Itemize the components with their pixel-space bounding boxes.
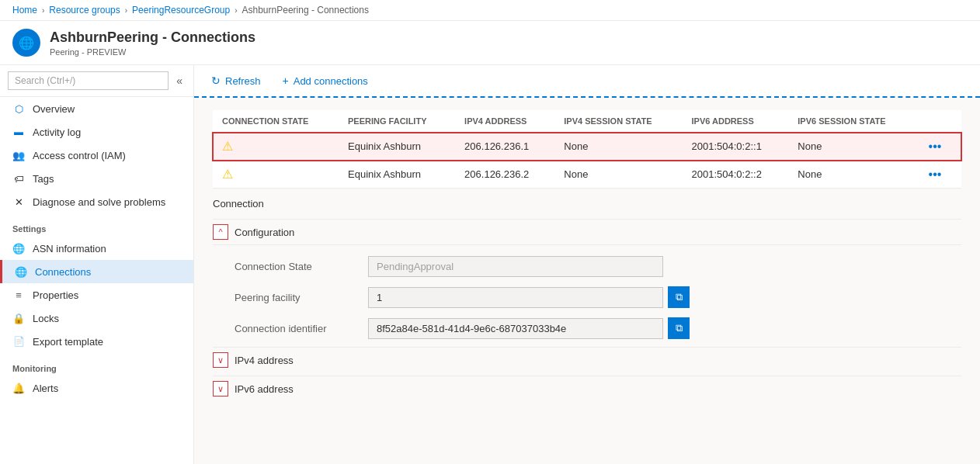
sidebar-item-alerts[interactable]: 🔔 Alerts — [0, 376, 193, 400]
copy-icon: ⧉ — [676, 291, 683, 303]
table-area: CONNECTION STATE PEERING FACILITY IPV4 A… — [194, 98, 980, 189]
refresh-button[interactable]: ↻ Refresh — [207, 71, 266, 90]
field-label-connection-identifier: Connection identifier — [235, 323, 359, 334]
ipv4-toggle-button[interactable]: ∨ — [213, 352, 228, 368]
form-row-peering-facility: Peering facility ⧉ — [213, 282, 961, 313]
field-value-peering-facility: ⧉ — [368, 286, 961, 308]
connection-identifier-input[interactable] — [368, 318, 663, 339]
page-subtitle: Peering - PREVIEW — [50, 47, 255, 57]
ipv6-section-title: IPv6 address — [235, 383, 294, 395]
connections-icon: 🌐 — [15, 265, 27, 278]
field-value-connection-state — [368, 256, 961, 277]
form-row-connection-state: Connection State — [213, 251, 961, 282]
search-input[interactable] — [8, 71, 169, 90]
sidebar-item-label: Access control (IAM) — [33, 150, 126, 161]
copy-icon: ⧉ — [676, 322, 683, 334]
cell-peering-facility: Equinix Ashburn — [339, 133, 455, 161]
sidebar-item-locks[interactable]: 🔒 Locks — [0, 306, 193, 330]
sidebar-search-container: « — [0, 65, 193, 97]
ipv4-subsection-header: ∨ IPv4 address — [213, 347, 961, 372]
main-content: ↻ Refresh + Add connections CONNECTION S… — [194, 65, 980, 464]
cell-row-actions: ••• — [916, 161, 961, 189]
ipv6-toggle-button[interactable]: ∨ — [213, 381, 228, 396]
tags-icon: 🏷 — [12, 172, 25, 185]
diagnose-icon: ✕ — [12, 196, 25, 208]
overview-icon: ⬡ — [12, 102, 25, 115]
sidebar-item-label: Export template — [33, 336, 103, 348]
sidebar-item-label: Alerts — [33, 383, 58, 394]
col-ipv4-address: IPV4 ADDRESS — [455, 110, 554, 133]
sidebar-item-label: Diagnose and solve problems — [33, 196, 165, 208]
sidebar-item-label: Properties — [33, 289, 78, 301]
config-section-title: Configuration — [235, 227, 294, 238]
ipv6-subsection-header: ∨ IPv6 address — [213, 376, 961, 401]
cell-ipv6-session-state: None — [788, 161, 916, 189]
col-peering-facility: PEERING FACILITY — [339, 110, 455, 133]
sidebar-item-label: Connections — [35, 266, 91, 278]
connection-detail-title: Connection — [213, 198, 961, 209]
globe-icon: 🌐 — [19, 36, 34, 50]
field-label-peering-facility: Peering facility — [235, 292, 359, 303]
connections-table: CONNECTION STATE PEERING FACILITY IPV4 A… — [213, 110, 961, 189]
sidebar-item-label: ASN information — [33, 243, 106, 255]
cell-peering-facility: Equinix Ashburn — [339, 161, 455, 189]
export-icon: 📄 — [12, 335, 25, 348]
refresh-label: Refresh — [225, 75, 261, 87]
sidebar-collapse-button[interactable]: « — [173, 73, 186, 88]
locks-icon: 🔒 — [12, 312, 25, 324]
row-action-button[interactable]: ••• — [926, 140, 945, 154]
alerts-icon: 🔔 — [12, 382, 25, 394]
sidebar-item-label: Overview — [33, 103, 75, 115]
sidebar-item-access-control[interactable]: 👥 Access control (IAM) — [0, 144, 193, 167]
page-title: AshburnPeering - Connections — [50, 29, 255, 46]
table-row[interactable]: ⚠ Equinix Ashburn 206.126.236.1 None 200… — [213, 133, 961, 161]
sidebar-item-connections[interactable]: 🌐 Connections — [0, 260, 193, 283]
cell-connection-state: ⚠ — [213, 133, 339, 161]
copy-peering-facility-button[interactable]: ⧉ — [668, 286, 690, 308]
sidebar-item-label: Tags — [33, 173, 54, 185]
breadcrumb-peering-resource-group[interactable]: PeeringResourceGroup — [132, 5, 230, 16]
config-toggle-button[interactable]: ^ — [213, 224, 228, 240]
detail-panel: Connection ^ Configuration Connection St… — [194, 189, 980, 414]
col-ipv6-session-state: IPV6 SESSION STATE — [788, 110, 916, 133]
field-label-connection-state: Connection State — [235, 261, 359, 272]
breadcrumb-sep-3: › — [235, 6, 237, 15]
sidebar-item-tags[interactable]: 🏷 Tags — [0, 167, 193, 190]
breadcrumb-resource-groups[interactable]: Resource groups — [49, 5, 120, 16]
table-row[interactable]: ⚠ Equinix Ashburn 206.126.236.2 None 200… — [213, 161, 961, 189]
cell-ipv6-address: 2001:504:0:2::1 — [683, 133, 789, 161]
page-header: 🌐 AshburnPeering - Connections Peering -… — [0, 21, 980, 65]
col-ipv4-session-state: IPV4 SESSION STATE — [554, 110, 682, 133]
access-control-icon: 👥 — [12, 149, 25, 161]
cell-row-actions: ••• — [916, 133, 961, 161]
row-action-button[interactable]: ••• — [926, 168, 945, 182]
sidebar-item-diagnose[interactable]: ✕ Diagnose and solve problems — [0, 190, 193, 213]
cell-connection-state: ⚠ — [213, 161, 339, 189]
ipv4-toggle-icon: ∨ — [217, 355, 224, 365]
asn-icon: 🌐 — [12, 242, 25, 255]
cell-ipv6-session-state: None — [788, 133, 916, 161]
properties-icon: ≡ — [12, 289, 25, 301]
config-section-header: ^ Configuration — [213, 219, 961, 245]
breadcrumb-home[interactable]: Home — [12, 5, 37, 16]
sidebar-item-properties[interactable]: ≡ Properties — [0, 283, 193, 306]
page-icon: 🌐 — [12, 29, 40, 57]
config-toggle-icon: ^ — [218, 227, 222, 237]
page-header-text: AshburnPeering - Connections Peering - P… — [50, 29, 255, 57]
sidebar-item-export-template[interactable]: 📄 Export template — [0, 330, 193, 353]
add-connections-button[interactable]: + Add connections — [278, 71, 373, 90]
form-row-connection-identifier: Connection identifier ⧉ — [213, 313, 961, 344]
sidebar-item-asn-information[interactable]: 🌐 ASN information — [0, 237, 193, 260]
connection-state-input — [368, 256, 663, 277]
copy-connection-identifier-button[interactable]: ⧉ — [668, 317, 690, 339]
sidebar-item-overview[interactable]: ⬡ Overview — [0, 97, 193, 120]
peering-facility-input[interactable] — [368, 287, 663, 308]
layout: « ⬡ Overview ▬ Activity log 👥 Access con… — [0, 65, 980, 464]
cell-ipv4-session-state: None — [554, 161, 682, 189]
sidebar-item-activity-log[interactable]: ▬ Activity log — [0, 120, 193, 144]
activity-log-icon: ▬ — [12, 126, 25, 138]
add-connections-label: Add connections — [294, 75, 368, 87]
cell-ipv4-address: 206.126.236.1 — [455, 133, 554, 161]
sidebar-item-label: Activity log — [33, 126, 81, 138]
cell-ipv4-session-state: None — [554, 133, 682, 161]
